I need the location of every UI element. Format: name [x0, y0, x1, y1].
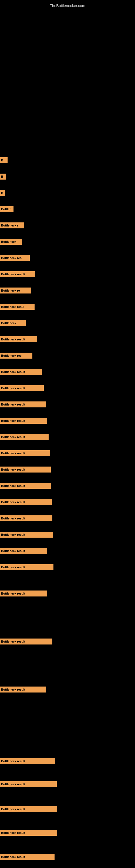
- bar-row-28: Bottleneck result: [0, 686, 46, 692]
- bar-row-1: B: [0, 174, 6, 180]
- bar-label-2: B: [1, 191, 3, 194]
- bar-row-27: Bottleneck result: [0, 639, 52, 645]
- bar-row-22: Bottleneck result: [0, 516, 52, 521]
- bar-label-6: Bottleneck res: [1, 256, 21, 259]
- bar-label-26: Bottleneck result: [1, 592, 25, 595]
- bar-row-3: Bottlen: [0, 206, 13, 212]
- bar-label-20: Bottleneck result: [1, 484, 25, 488]
- bar-label-1: B: [1, 175, 3, 178]
- bar-row-29: Bottleneck result: [0, 758, 55, 764]
- bar-label-28: Bottleneck result: [1, 688, 25, 691]
- bar-label-32: Bottleneck result: [1, 831, 25, 834]
- bar-row-11: Bottleneck result: [0, 336, 37, 342]
- bar-label-18: Bottleneck result: [1, 452, 25, 455]
- bar-row-5: Bottleneck: [0, 239, 22, 245]
- bar-label-22: Bottleneck result: [1, 517, 25, 520]
- bar-row-21: Bottleneck result: [0, 499, 52, 505]
- bar-label-7: Bottleneck result: [1, 273, 25, 276]
- bar-label-23: Bottleneck result: [1, 533, 25, 536]
- bar-label-17: Bottleneck result: [1, 435, 25, 439]
- bar-label-12: Bottleneck res: [1, 354, 21, 357]
- bar-row-16: Bottleneck result: [0, 418, 47, 424]
- bar-row-31: Bottleneck result: [0, 806, 57, 812]
- bar-label-4: Bottleneck r: [1, 224, 18, 227]
- bar-row-26: Bottleneck result: [0, 590, 47, 596]
- bar-label-25: Bottleneck result: [1, 565, 25, 569]
- bar-row-0: B: [0, 157, 8, 163]
- bar-label-33: Bottleneck result: [1, 855, 25, 859]
- bar-label-11: Bottleneck result: [1, 338, 25, 341]
- bar-label-16: Bottleneck result: [1, 419, 25, 422]
- bar-label-5: Bottleneck: [1, 240, 16, 243]
- bar-label-29: Bottleneck result: [1, 760, 25, 763]
- bar-row-30: Bottleneck result: [0, 781, 57, 787]
- bar-row-6: Bottleneck res: [0, 255, 30, 261]
- bar-row-33: Bottleneck result: [0, 854, 54, 860]
- bar-row-7: Bottleneck result: [0, 271, 35, 277]
- bar-row-17: Bottleneck result: [0, 434, 49, 440]
- site-title: TheBottlenecker.com: [0, 1, 135, 10]
- bar-row-14: Bottleneck result: [0, 385, 44, 391]
- bar-row-20: Bottleneck result: [0, 483, 51, 489]
- bar-row-2: B: [0, 190, 5, 196]
- bar-row-13: Bottleneck result: [0, 369, 42, 375]
- bar-row-10: Bottleneck: [0, 320, 26, 326]
- bar-row-9: Bottleneck resul: [0, 304, 35, 310]
- bar-row-15: Bottleneck result: [0, 401, 46, 407]
- bar-label-8: Bottleneck re: [1, 289, 20, 292]
- bar-row-4: Bottleneck r: [0, 222, 24, 228]
- bar-label-3: Bottlen: [1, 208, 11, 211]
- bar-row-24: Bottleneck result: [0, 548, 47, 554]
- bar-label-14: Bottleneck result: [1, 386, 25, 390]
- bar-row-12: Bottleneck res: [0, 352, 32, 359]
- bar-label-13: Bottleneck result: [1, 370, 25, 373]
- bar-row-8: Bottleneck re: [0, 287, 31, 293]
- bar-label-15: Bottleneck result: [1, 403, 25, 406]
- bar-label-0: B: [1, 159, 3, 162]
- bar-label-30: Bottleneck result: [1, 782, 25, 786]
- bar-label-27: Bottleneck result: [1, 640, 25, 643]
- bar-label-31: Bottleneck result: [1, 807, 25, 811]
- bar-row-23: Bottleneck result: [0, 532, 53, 538]
- bar-row-19: Bottleneck result: [0, 467, 51, 472]
- bar-label-24: Bottleneck result: [1, 549, 25, 553]
- bar-label-10: Bottleneck: [1, 321, 16, 325]
- bar-row-25: Bottleneck result: [0, 564, 53, 570]
- bar-label-9: Bottleneck resul: [1, 305, 24, 308]
- bar-row-18: Bottleneck result: [0, 450, 50, 456]
- bar-label-19: Bottleneck result: [1, 468, 25, 471]
- bar-label-21: Bottleneck result: [1, 500, 25, 504]
- bar-row-32: Bottleneck result: [0, 830, 57, 836]
